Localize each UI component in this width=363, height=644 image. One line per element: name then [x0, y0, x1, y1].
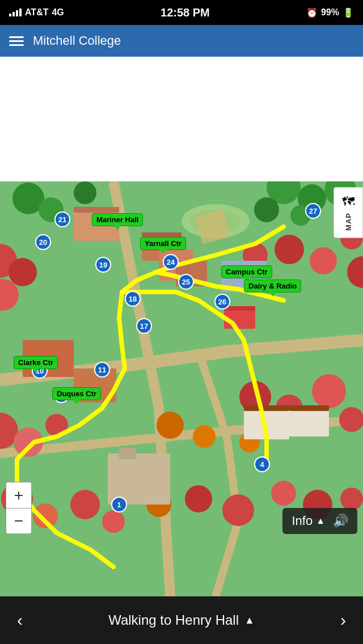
menu-button[interactable]: [9, 36, 24, 46]
map-container[interactable]: Mariner Hall Yarnall Ctr Campus Ctr Dair…: [0, 57, 363, 596]
marker-25[interactable]: 25: [178, 274, 194, 290]
next-button[interactable]: ›: [335, 605, 352, 635]
svg-point-8: [254, 197, 279, 222]
signal-bars: [9, 9, 22, 16]
info-button[interactable]: Info ▲ 🔊: [282, 508, 357, 534]
marker-18[interactable]: 18: [125, 291, 141, 307]
svg-point-11: [9, 258, 37, 286]
svg-point-29: [185, 485, 212, 512]
info-arrow-icon: ▲: [316, 516, 325, 526]
map-white-area: [0, 57, 363, 181]
map-icon: 🗺: [342, 194, 354, 209]
speaker-icon[interactable]: 🔊: [333, 514, 348, 528]
yarnall-ctr-label[interactable]: Yarnall Ctr: [140, 237, 186, 250]
marker-26[interactable]: 26: [214, 294, 230, 310]
status-left: AT&T 4G: [9, 7, 64, 18]
mariner-hall-label[interactable]: Mariner Hall: [92, 213, 143, 226]
svg-point-28: [102, 510, 125, 533]
svg-rect-50: [119, 448, 136, 459]
marker-20[interactable]: 20: [35, 234, 51, 250]
svg-rect-53: [289, 408, 329, 437]
svg-rect-52: [244, 405, 289, 411]
svg-point-33: [340, 488, 363, 510]
route-label: Walking to Henry Hall: [108, 612, 239, 628]
marker-24[interactable]: 24: [163, 254, 179, 270]
map-label: MAP: [344, 213, 353, 231]
page-title: Mitchell College: [33, 33, 121, 48]
marker-21[interactable]: 21: [54, 211, 70, 227]
carrier-label: AT&T: [25, 7, 48, 18]
network-label: 4G: [52, 7, 64, 18]
marker-4[interactable]: 4: [254, 456, 270, 472]
time-display: 12:58 PM: [161, 6, 210, 19]
marker-17[interactable]: 17: [136, 318, 152, 334]
status-right: ⏰ 99% 🔋: [306, 7, 354, 18]
svg-rect-46: [224, 306, 255, 311]
svg-rect-51: [244, 408, 289, 439]
svg-point-35: [193, 425, 216, 448]
svg-point-15: [310, 247, 337, 274]
nav-center: Walking to Henry Hall ▲: [108, 612, 255, 628]
svg-point-20: [45, 414, 68, 437]
zoom-out-button[interactable]: −: [6, 508, 32, 534]
duques-ctr-label[interactable]: Duques Ctr: [52, 387, 101, 400]
status-bar: AT&T 4G 12:58 PM ⏰ 99% 🔋: [0, 0, 363, 25]
dairy-radio-label[interactable]: Dairy & Radio: [244, 279, 301, 293]
campus-ctr-label[interactable]: Campus Ctr: [221, 265, 272, 278]
marker-19[interactable]: 19: [95, 257, 111, 273]
map-toggle-button[interactable]: 🗺 MAP: [334, 187, 363, 238]
battery-level: 99%: [321, 7, 339, 18]
svg-point-19: [14, 427, 43, 457]
info-label: Info: [292, 514, 313, 528]
svg-point-26: [33, 503, 58, 528]
svg-point-27: [70, 490, 100, 519]
battery-icon: 🔋: [343, 7, 354, 18]
prev-button[interactable]: ‹: [11, 605, 28, 635]
svg-point-24: [339, 407, 363, 432]
svg-rect-39: [74, 207, 119, 213]
marker-1[interactable]: 1: [111, 497, 127, 512]
svg-point-34: [157, 412, 184, 439]
svg-rect-54: [289, 405, 329, 411]
svg-point-31: [271, 481, 296, 506]
svg-point-30: [222, 494, 254, 526]
zoom-controls: + −: [6, 482, 32, 534]
clarke-ctr-label[interactable]: Clarke Ctr: [14, 356, 58, 369]
zoom-in-button[interactable]: +: [6, 482, 32, 508]
marker-27[interactable]: 27: [305, 203, 321, 219]
clock-icon: ⏰: [306, 7, 318, 18]
svg-point-14: [275, 235, 304, 264]
svg-point-23: [312, 374, 346, 408]
route-up-arrow[interactable]: ▲: [244, 615, 255, 626]
svg-point-4: [74, 181, 96, 204]
bottom-nav: ‹ Walking to Henry Hall ▲ ›: [0, 596, 363, 644]
marker-11[interactable]: 11: [94, 362, 110, 378]
nav-bar: Mitchell College: [0, 25, 363, 57]
